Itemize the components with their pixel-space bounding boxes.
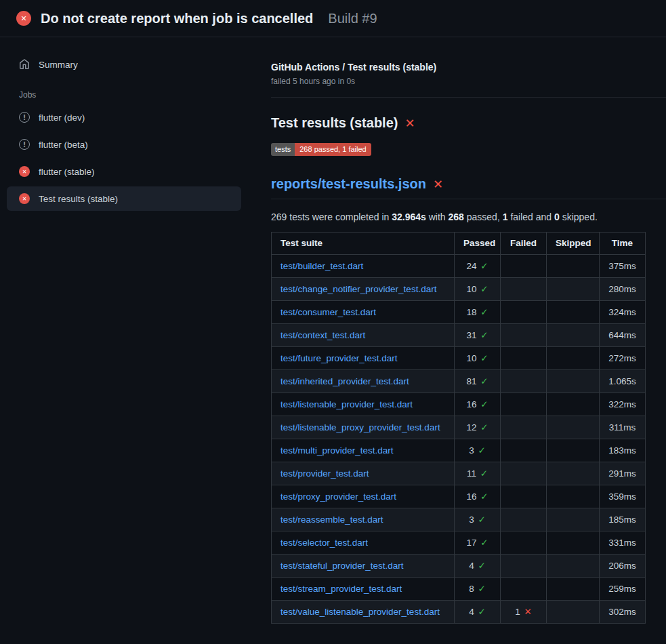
table-row: test/selector_test.dart17 ✓331ms xyxy=(272,531,646,555)
failed-cross-icon: ✕ xyxy=(404,117,415,129)
test-results-table: Test suite Passed Failed Skipped Time te… xyxy=(271,232,646,624)
table-row: test/proxy_provider_test.dart16 ✓359ms xyxy=(272,485,646,508)
summary-text: with xyxy=(426,212,449,222)
table-row: test/listenable_provider_test.dart16 ✓32… xyxy=(272,393,646,416)
badge-label: tests xyxy=(271,143,295,156)
test-suite-link[interactable]: test/stateful_provider_test.dart xyxy=(280,561,404,571)
time-cell: 291ms xyxy=(600,462,646,485)
build-number: Build #9 xyxy=(328,11,377,26)
table-header-row: Test suite Passed Failed Skipped Time xyxy=(272,233,646,255)
test-suite-cell: test/value_listenable_provider_test.dart xyxy=(272,601,455,624)
home-icon xyxy=(19,59,30,70)
test-suite-cell: test/stateful_provider_test.dart xyxy=(272,555,455,578)
failed-cell xyxy=(501,555,547,578)
passed-cell: 4 ✓ xyxy=(455,555,501,578)
test-suite-cell: test/selector_test.dart xyxy=(272,531,455,555)
sidebar-item-test-results-stable[interactable]: ✕ Test results (stable) xyxy=(7,186,241,211)
passed-cell: 17 ✓ xyxy=(455,531,501,555)
time-cell: 322ms xyxy=(600,393,646,416)
time-cell: 1.065s xyxy=(600,370,646,393)
table-row: test/listenable_proxy_provider_test.dart… xyxy=(272,416,646,439)
sidebar-item-summary[interactable]: Summary xyxy=(7,52,241,77)
test-suite-link[interactable]: test/multi_provider_test.dart xyxy=(280,445,394,456)
check-icon: ✓ xyxy=(478,445,485,456)
sidebar-item-flutter-dev[interactable]: ! flutter (dev) xyxy=(7,105,241,129)
summary-line: 269 tests were completed in 32.964s with… xyxy=(271,212,645,222)
passed-cell: 24 ✓ xyxy=(455,255,501,278)
failed-cell xyxy=(501,278,547,301)
breadcrumb: GitHub Actions / Test results (stable) xyxy=(271,62,666,73)
time-cell: 185ms xyxy=(600,508,646,531)
test-suite-link[interactable]: test/provider_test.dart xyxy=(280,468,369,479)
test-suite-link[interactable]: test/inherited_provider_test.dart xyxy=(280,376,409,386)
time-cell: 331ms xyxy=(600,531,646,555)
skipped-cell xyxy=(547,324,600,347)
test-suite-cell: test/consumer_test.dart xyxy=(272,301,455,324)
summary-text: 269 tests were completed in xyxy=(271,212,392,222)
sidebar-summary-label: Summary xyxy=(39,60,78,70)
check-icon: ✓ xyxy=(480,260,488,271)
test-suite-link[interactable]: test/future_provider_test.dart xyxy=(280,353,398,363)
test-suite-link[interactable]: test/builder_test.dart xyxy=(280,261,363,271)
passed-cell: 3 ✓ xyxy=(455,439,501,462)
test-suite-link[interactable]: test/value_listenable_provider_test.dart xyxy=(280,607,440,617)
skipped-cell xyxy=(547,601,600,624)
test-suite-cell: test/context_test.dart xyxy=(272,324,455,347)
skipped-cell xyxy=(547,555,600,578)
passed-cell: 16 ✓ xyxy=(455,393,501,416)
skipped-cell xyxy=(547,347,600,370)
passed-cell: 8 ✓ xyxy=(455,578,501,601)
table-row: test/stream_provider_test.dart8 ✓259ms xyxy=(272,578,646,601)
skipped-cell xyxy=(547,531,600,555)
failed-cell xyxy=(501,439,547,462)
summary-skipped-count: 0 xyxy=(554,212,560,222)
test-suite-link[interactable]: test/proxy_provider_test.dart xyxy=(280,491,396,502)
col-test-suite: Test suite xyxy=(272,233,455,255)
table-row: test/change_notifier_provider_test.dart1… xyxy=(272,278,646,301)
test-suite-link[interactable]: test/consumer_test.dart xyxy=(280,307,376,317)
skipped-cell xyxy=(547,278,600,301)
report-file-link[interactable]: reports/test-results.json xyxy=(271,176,426,192)
check-icon: ✓ xyxy=(478,514,485,525)
test-suite-cell: test/multi_provider_test.dart xyxy=(272,439,455,462)
failed-cell xyxy=(501,462,547,485)
sidebar-item-flutter-beta[interactable]: ! flutter (beta) xyxy=(7,132,241,157)
badge-value: 268 passed, 1 failed xyxy=(295,143,371,156)
test-suite-link[interactable]: test/selector_test.dart xyxy=(280,538,368,548)
job-label: flutter (dev) xyxy=(39,113,85,123)
failed-cell xyxy=(501,370,547,393)
failed-cell xyxy=(501,347,547,370)
sidebar-item-flutter-stable[interactable]: ✕ flutter (stable) xyxy=(7,159,241,184)
check-icon: ✓ xyxy=(478,583,485,594)
time-cell: 359ms xyxy=(600,485,646,508)
test-suite-link[interactable]: test/listenable_proxy_provider_test.dart xyxy=(280,422,440,432)
test-suite-link[interactable]: test/change_notifier_provider_test.dart xyxy=(280,284,436,294)
test-suite-cell: test/listenable_provider_test.dart xyxy=(272,393,455,416)
passed-cell: 31 ✓ xyxy=(455,324,501,347)
summary-text: failed and xyxy=(508,212,555,222)
check-icon: ✓ xyxy=(480,283,488,294)
passed-cell: 10 ✓ xyxy=(455,347,501,370)
passed-cell: 16 ✓ xyxy=(455,485,501,508)
failed-cell xyxy=(501,578,547,601)
col-skipped: Skipped xyxy=(547,233,600,255)
test-suite-link[interactable]: test/stream_provider_test.dart xyxy=(280,584,402,594)
table-row: test/multi_provider_test.dart3 ✓183ms xyxy=(272,439,646,462)
build-title: Do not create report when job is cancell… xyxy=(41,9,313,28)
jobs-section-label: Jobs xyxy=(19,90,241,100)
tests-badge: tests 268 passed, 1 failed xyxy=(271,143,371,156)
table-row: test/context_test.dart31 ✓644ms xyxy=(272,324,646,347)
test-suite-link[interactable]: test/listenable_provider_test.dart xyxy=(280,399,413,409)
build-failed-icon: ✕ xyxy=(16,11,31,26)
skipped-cell xyxy=(547,393,600,416)
test-suite-link[interactable]: test/reassemble_test.dart xyxy=(280,515,383,525)
main-content: GitHub Actions / Test results (stable) f… xyxy=(248,37,666,624)
job-label: Test results (stable) xyxy=(39,194,118,204)
time-cell: 280ms xyxy=(600,278,646,301)
time-cell: 183ms xyxy=(600,439,646,462)
check-icon: ✓ xyxy=(480,306,488,317)
test-suite-link[interactable]: test/context_test.dart xyxy=(280,330,365,340)
job-label: flutter (stable) xyxy=(39,167,95,177)
warning-icon: ! xyxy=(19,139,30,150)
report-heading-row: reports/test-results.json ✕ xyxy=(271,176,666,199)
